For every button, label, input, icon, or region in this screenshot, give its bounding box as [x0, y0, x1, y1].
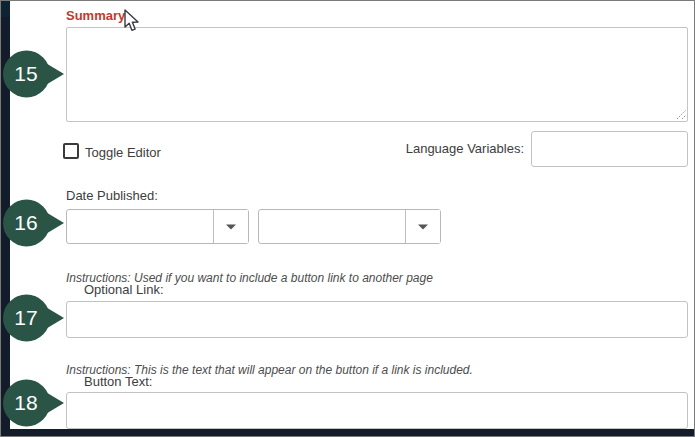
callout-number: 18 [3, 378, 49, 428]
optional-link-label: Optional Link: [84, 282, 164, 297]
callout-number: 17 [3, 293, 49, 343]
date-published-dropdown-month-input[interactable] [67, 210, 213, 243]
callout-17: 17 [1, 293, 65, 343]
bottom-dark-bar [1, 429, 694, 436]
date-published-dropdown-month[interactable] [66, 209, 249, 244]
left-bar-top-segment [1, 1, 10, 17]
callout-15: 15 [1, 49, 65, 99]
summary-label: Summary: [66, 8, 130, 23]
button-text-input[interactable] [66, 392, 688, 429]
chevron-down-icon [418, 224, 428, 230]
date-published-dropdown-day-button[interactable] [405, 210, 440, 243]
callout-16: 16 [1, 198, 65, 248]
button-text-label: Button Text: [84, 374, 152, 389]
language-variables-input[interactable] [531, 131, 688, 167]
date-published-dropdown-day-input[interactable] [259, 210, 405, 243]
date-published-label: Date Published: [66, 188, 158, 203]
callout-18: 18 [1, 378, 65, 428]
summary-textarea[interactable] [66, 27, 688, 122]
form-page: Summary: Toggle Editor Language Variable… [0, 0, 695, 437]
callout-number: 16 [3, 198, 49, 248]
optional-link-input[interactable] [66, 301, 688, 338]
toggle-editor-label: Toggle Editor [85, 145, 161, 160]
chevron-down-icon [226, 224, 236, 230]
resize-grip-icon[interactable] [673, 106, 687, 124]
date-published-dropdown-month-button[interactable] [213, 210, 248, 243]
callout-number: 15 [3, 49, 49, 99]
toggle-editor-checkbox[interactable] [63, 143, 79, 159]
date-published-dropdown-day[interactable] [258, 209, 441, 244]
mouse-cursor-icon [123, 9, 140, 37]
language-variables-label: Language Variables: [381, 141, 524, 156]
